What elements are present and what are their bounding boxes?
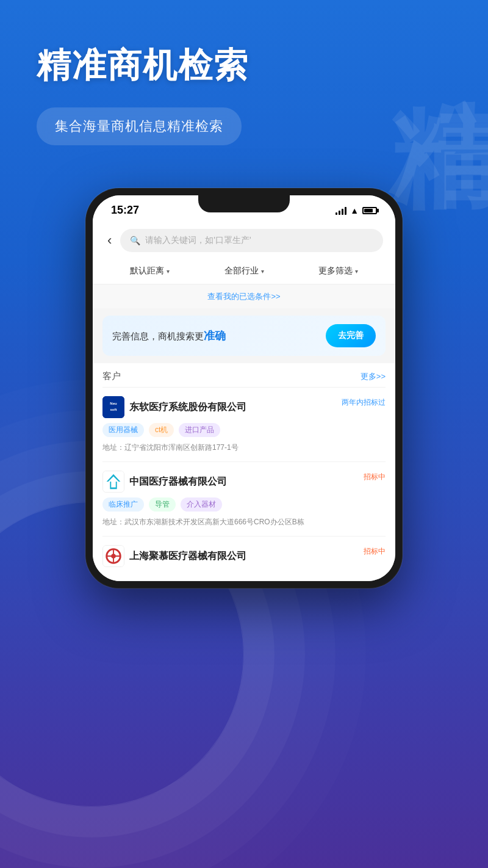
company-card-neusoft[interactable]: Neu soft 东软医疗系统股份有限公司 两年内招标过 医用器械 ct机 [102, 388, 386, 462]
filter-industry-arrow: ▾ [261, 268, 264, 275]
tag-medical-device: 医用器械 [102, 423, 144, 437]
complete-text-normal: 完善信息，商机搜索更 [112, 331, 204, 341]
filter-more[interactable]: 更多筛选 ▾ [291, 266, 386, 277]
status-icons: ▲ [336, 206, 377, 215]
company-address-china-med: 地址：武汉市东湖新技术开发区高新大道666号CRO办公区B栋 [102, 516, 386, 527]
search-placeholder: 请输入关键词，如'口罩生产' [145, 235, 251, 246]
tag-ct: ct机 [149, 423, 174, 437]
company-name-shanghai: 上海聚慕医疗器械有限公司 [129, 550, 246, 563]
filter-distance-arrow: ▾ [167, 268, 170, 275]
filter-industry-label: 全部行业 [224, 266, 259, 277]
company-name-china-med: 中国医疗器械有限公司 [129, 476, 227, 488]
company-name-neusoft: 东软医疗系统股份有限公司 [129, 401, 246, 414]
filter-more-label: 更多筛选 [318, 266, 353, 277]
conditions-link[interactable]: 查看我的已选条件>> [207, 292, 280, 301]
customer-section: 客户 更多>> Neu soft [93, 363, 395, 581]
company-header-neusoft: Neu soft 东软医疗系统股份有限公司 两年内招标过 [102, 396, 386, 418]
neusoft-logo-svg: Neu soft [102, 396, 124, 418]
page-background: 精准 精准商机检索 集合海量商机信息精准检索 15:27 [0, 0, 488, 868]
svg-rect-0 [102, 396, 124, 418]
company-left-china-med: 中国医疗器械有限公司 [102, 471, 227, 493]
tags-row-china-med: 临床推广 导管 介入器材 [102, 497, 386, 512]
wifi-icon: ▲ [350, 206, 359, 215]
battery-icon [362, 207, 377, 214]
status-bar: 15:27 ▲ [93, 195, 395, 223]
hero-section: 精准商机检索 集合海量商机信息精准检索 [0, 0, 488, 164]
filter-distance-label: 默认距离 [130, 266, 164, 277]
company-card-china-med[interactable]: 中国医疗器械有限公司 招标中 临床推广 导管 介入器材 地址：武汉市东湖新技术开… [102, 462, 386, 537]
hero-subtitle: 集合海量商机信息精准检索 [55, 118, 223, 134]
company-left-neusoft: Neu soft 东软医疗系统股份有限公司 [102, 396, 246, 418]
china-med-logo-svg [103, 471, 124, 493]
company-card-shanghai[interactable]: 上海聚慕医疗器械有限公司 招标中 [102, 537, 386, 581]
status-time: 15:27 [111, 204, 139, 217]
section-header: 客户 更多>> [102, 363, 386, 388]
company-status-neusoft: 两年内招标过 [342, 397, 386, 408]
filter-industry[interactable]: 全部行业 ▾ [197, 266, 292, 277]
filter-distance[interactable]: 默认距离 ▾ [102, 266, 197, 277]
svg-text:soft: soft [110, 408, 117, 411]
company-status-shanghai: 招标中 [364, 546, 386, 557]
complete-banner: 完善信息，商机搜索更准确 去完善 [102, 316, 386, 356]
phone-outer: 15:27 ▲ [85, 188, 403, 588]
phone-inner: 15:27 ▲ [93, 195, 395, 581]
search-icon: 🔍 [130, 236, 140, 245]
search-input-box[interactable]: 🔍 请输入关键词，如'口罩生产' [120, 229, 383, 252]
company-logo-neusoft: Neu soft [102, 396, 124, 418]
signal-bars-icon [336, 206, 346, 215]
battery-fill [364, 209, 373, 212]
svg-text:Neu: Neu [110, 402, 117, 405]
filter-bar: 默认距离 ▾ 全部行业 ▾ 更多筛选 ▾ [93, 261, 395, 284]
section-title: 客户 [102, 371, 121, 382]
complete-text-area: 完善信息，商机搜索更准确 [112, 328, 226, 343]
signal-bar-2 [339, 211, 340, 215]
hero-title: 精准商机检索 [37, 43, 458, 89]
complete-button[interactable]: 去完善 [326, 324, 376, 347]
tag-clinical: 临床推广 [102, 497, 144, 512]
company-logo-china-med [102, 471, 124, 493]
signal-bar-1 [336, 212, 337, 215]
signal-bar-4 [345, 207, 346, 215]
notch [198, 195, 290, 212]
hero-subtitle-box: 集合海量商机信息精准检索 [37, 107, 242, 145]
company-left-shanghai: 上海聚慕医疗器械有限公司 [102, 545, 246, 567]
filter-more-arrow: ▾ [355, 268, 358, 275]
company-header-shanghai: 上海聚慕医疗器械有限公司 招标中 [102, 545, 386, 567]
complete-text-bold: 准确 [204, 330, 226, 342]
tag-interventional: 介入器材 [181, 497, 222, 512]
svg-point-10 [111, 554, 116, 559]
section-more[interactable]: 更多>> [361, 371, 386, 382]
tags-row-neusoft: 医用器械 ct机 进口产品 [102, 423, 386, 437]
company-address-neusoft: 地址：辽宁省沈阳市浑南区创新路177-1号 [102, 442, 386, 453]
company-status-china-med: 招标中 [364, 472, 386, 482]
conditions-bar: 查看我的已选条件>> [93, 284, 395, 308]
company-logo-shanghai [102, 545, 124, 567]
company-header-china-med: 中国医疗器械有限公司 招标中 [102, 471, 386, 493]
tag-catheter: 导管 [149, 497, 176, 512]
phone-wrapper: 15:27 ▲ [0, 188, 488, 588]
signal-bar-3 [342, 209, 343, 215]
back-button[interactable]: ‹ [105, 230, 114, 251]
shanghai-logo-svg [103, 545, 124, 567]
search-area: ‹ 🔍 请输入关键词，如'口罩生产' [93, 223, 395, 261]
tag-import: 进口产品 [179, 423, 220, 437]
